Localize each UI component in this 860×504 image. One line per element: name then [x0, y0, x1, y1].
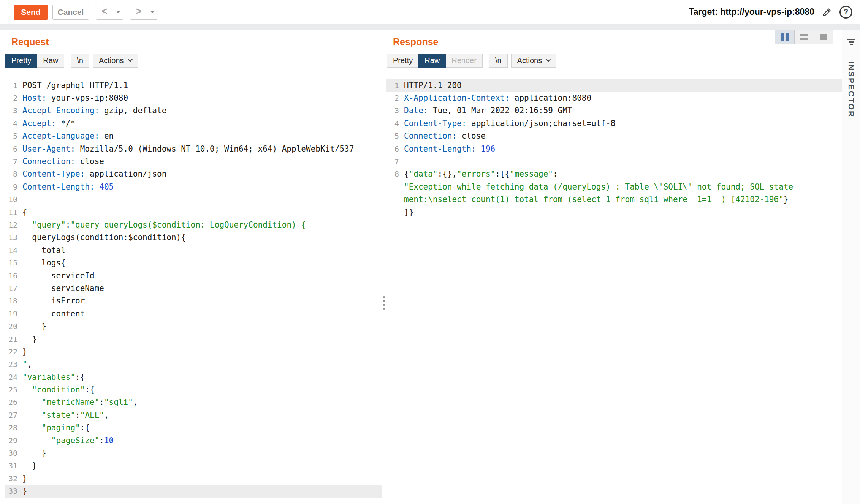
code-line[interactable]: 19 content	[5, 307, 382, 320]
inspector-toggle-icon[interactable]	[847, 39, 855, 45]
code-line[interactable]: 1POST /graphql HTTP/1.1	[5, 79, 382, 92]
layout-single-button[interactable]	[814, 30, 833, 44]
tab-pretty[interactable]: Pretty	[387, 54, 419, 68]
code-line[interactable]: 9Content-Length: 405	[5, 180, 382, 193]
code-text: }	[17, 335, 37, 344]
cancel-button[interactable]: Cancel	[52, 5, 89, 20]
code-line[interactable]: 12 "query":"query queryLogs($condition: …	[5, 218, 382, 231]
code-line[interactable]: 2X-Application-Context: application:8080	[386, 92, 842, 104]
forward-button[interactable]: >	[130, 5, 147, 20]
code-line[interactable]: 17 serviceName	[5, 282, 382, 294]
code-line[interactable]: 4Accept: */*	[5, 117, 382, 130]
code-line[interactable]: 8{"data":{},"errors":[{"message":	[386, 168, 842, 180]
line-number: 10	[5, 195, 17, 204]
line-number: 27	[5, 411, 17, 420]
tab-raw[interactable]: Raw	[418, 54, 446, 68]
code-line[interactable]: 3Accept-Encoding: gzip, deflate	[5, 104, 382, 117]
edit-target-button[interactable]	[821, 6, 833, 18]
code-line[interactable]: 22}	[5, 345, 382, 358]
code-line[interactable]: 11{	[5, 206, 382, 218]
send-button[interactable]: Send	[14, 5, 48, 20]
code-line[interactable]: ]}	[386, 206, 842, 218]
columns-icon	[786, 33, 789, 41]
tab-actions[interactable]: Actions	[511, 54, 556, 68]
response-editor[interactable]: 1HTTP/1.1 2002X-Application-Context: app…	[386, 68, 842, 504]
code-line[interactable]: 26 "metricName":"sqli",	[5, 396, 382, 409]
code-line[interactable]: 6Content-Length: 196	[386, 142, 842, 155]
code-line[interactable]: ment:\nselect count(1) total from (selec…	[386, 193, 842, 206]
code-line[interactable]: 28 "paging":{	[5, 422, 382, 434]
back-history-dropdown[interactable]	[113, 5, 123, 20]
code-text: "query":"query queryLogs($condition: Log…	[17, 220, 306, 229]
tab-n[interactable]: \n	[71, 54, 89, 68]
code-line[interactable]: 16 serviceId	[5, 269, 382, 282]
code-line[interactable]: 13 queryLogs(condition:$condition){	[5, 231, 382, 244]
code-line[interactable]: 20 }	[5, 320, 382, 332]
code-text: Content-Length: 196	[399, 144, 495, 153]
code-line[interactable]: 3Date: Tue, 01 Mar 2022 02:16:59 GMT	[386, 104, 842, 117]
dropdown-arrow-icon	[150, 11, 155, 13]
line-number: 16	[5, 271, 17, 280]
line-number: 1	[386, 81, 399, 90]
line-number: 14	[5, 246, 17, 255]
line-number: 32	[5, 474, 17, 483]
layout-rows-button[interactable]	[794, 30, 814, 44]
tab-raw[interactable]: Raw	[37, 54, 64, 68]
panel-splitter[interactable]	[382, 30, 386, 504]
code-text: "condition":{	[17, 385, 95, 394]
code-line[interactable]: 15 logs{	[5, 256, 382, 269]
code-line[interactable]: 29 "pageSize":10	[5, 434, 382, 447]
line-number: 3	[386, 106, 399, 115]
code-line[interactable]: 21 }	[5, 333, 382, 345]
code-line[interactable]: 7Connection: close	[5, 155, 382, 167]
code-line[interactable]: 5Accept-Language: en	[5, 130, 382, 142]
tab-render[interactable]: Render	[445, 54, 483, 68]
code-line[interactable]: 14 total	[5, 244, 382, 256]
inspector-sidebar[interactable]: INSPECTOR	[842, 30, 860, 504]
tab-label: Raw	[424, 56, 440, 65]
tab-pretty[interactable]: Pretty	[5, 54, 37, 68]
code-line[interactable]: "Exception while fetching data (/queryLo…	[386, 180, 842, 193]
code-line[interactable]: 5Connection: close	[386, 130, 842, 142]
help-button[interactable]: ?	[839, 6, 852, 19]
forward-history-dropdown[interactable]	[147, 5, 157, 20]
tab-n[interactable]: \n	[489, 54, 508, 68]
tab-label: Pretty	[393, 56, 413, 65]
line-number: 5	[386, 131, 399, 141]
line-number: 26	[5, 398, 17, 407]
code-line[interactable]: 27 "state":"ALL",	[5, 409, 382, 421]
chevron-down-icon	[128, 57, 133, 62]
tab-actions[interactable]: Actions	[93, 54, 138, 68]
code-line[interactable]: 1HTTP/1.1 200	[386, 79, 842, 92]
code-line[interactable]: 7	[386, 155, 842, 167]
code-text: ",	[17, 360, 32, 369]
code-text: User-Agent: Mozilla/5.0 (Windows NT 10.0…	[17, 144, 354, 153]
rows-icon	[800, 34, 808, 40]
line-number: 18	[5, 296, 17, 305]
code-line[interactable]: 18 isError	[5, 295, 382, 307]
request-panel: Request PrettyRaw\nActions 1POST /graphq…	[5, 30, 382, 504]
code-text: content	[17, 309, 85, 318]
pencil-icon	[821, 6, 833, 18]
code-line[interactable]: 10	[5, 193, 382, 206]
layout-columns-button[interactable]	[775, 30, 795, 44]
code-line[interactable]: 24"variables":{	[5, 371, 382, 383]
code-line[interactable]: 4Content-Type: application/json;charset=…	[386, 117, 842, 130]
request-tab-bar: PrettyRaw\nActions	[5, 54, 378, 68]
code-text: Content-Length: 405	[17, 182, 114, 191]
code-line[interactable]: 25 "condition":{	[5, 383, 382, 396]
dropdown-arrow-icon	[116, 11, 120, 13]
code-line[interactable]: 8Content-Type: application/json	[5, 168, 382, 180]
code-text: Date: Tue, 01 Mar 2022 02:16:59 GMT	[399, 106, 572, 115]
code-line[interactable]: 33}	[5, 485, 382, 498]
back-button[interactable]: <	[96, 5, 113, 20]
code-line[interactable]: 6User-Agent: Mozilla/5.0 (Windows NT 10.…	[5, 142, 382, 155]
request-editor[interactable]: 1POST /graphql HTTP/1.12Host: your-vps-i…	[5, 68, 382, 504]
code-line[interactable]: 30 }	[5, 447, 382, 459]
code-line[interactable]: 2Host: your-vps-ip:8080	[5, 92, 382, 104]
code-line[interactable]: 32}	[5, 472, 382, 485]
columns-icon	[781, 33, 784, 41]
code-line[interactable]: 23",	[5, 358, 382, 371]
code-line[interactable]: 31 }	[5, 460, 382, 472]
code-text: Connection: close	[17, 157, 104, 166]
